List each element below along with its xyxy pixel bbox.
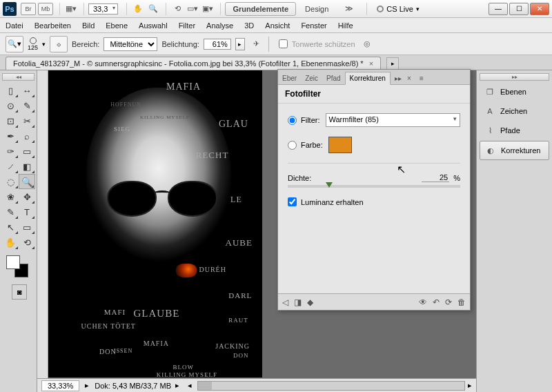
panel-ctrl[interactable]: ▸▸ — [391, 72, 403, 84]
tool-6[interactable]: ✒ — [2, 128, 19, 144]
panel-tab-korrekturen[interactable]: Korrekturen — [345, 72, 391, 85]
panel-tab-pfad[interactable]: Pfad — [322, 72, 345, 84]
menu-ansicht[interactable]: Ansicht — [265, 21, 290, 30]
tool-11[interactable]: ◧ — [19, 159, 35, 174]
tool-7[interactable]: ⌕ — [19, 128, 35, 144]
arrange-icon[interactable]: ▭▾ — [186, 3, 199, 15]
zoom-level-dropdown[interactable]: 33,3 — [88, 3, 118, 14]
hand-tool-icon[interactable]: ✋ — [131, 3, 145, 15]
tool-18[interactable]: ↖ — [2, 219, 19, 235]
rotate-view-icon[interactable]: ⟲ — [170, 3, 184, 15]
exposure-arrow[interactable]: ▸ — [235, 38, 245, 50]
minimize-button[interactable]: — — [489, 3, 508, 15]
exposure-value[interactable]: 61% — [204, 39, 231, 50]
menu-auswahl[interactable]: Auswahl — [139, 21, 168, 30]
panel-ctrl[interactable]: × — [403, 72, 415, 84]
zoom-tool-icon[interactable]: 🔍 — [146, 3, 160, 15]
tool-9[interactable]: ▭ — [19, 144, 35, 159]
tool-2[interactable]: ⊙ — [2, 98, 19, 113]
tool-16[interactable]: ✎ — [2, 204, 19, 219]
layer-icon[interactable]: ◨ — [294, 297, 302, 307]
brush-size-value[interactable]: 125 — [28, 44, 38, 51]
panel-tab-zeic[interactable]: Zeic — [301, 72, 322, 84]
tool-12[interactable]: ◌ — [2, 174, 19, 189]
bridge-icon[interactable]: Br — [21, 3, 36, 15]
quickmask-icon[interactable]: ◙ — [12, 284, 27, 300]
status-bar: 33,33% ▸ Dok: 5,43 MB/33,7 MB ▸ ◂ ▸ — [37, 378, 476, 392]
filter-select[interactable]: Warmfilter (85) — [326, 113, 461, 127]
density-label: Dichte: — [288, 174, 311, 182]
menu-datei[interactable]: Datei — [6, 21, 23, 30]
density-slider[interactable] — [288, 185, 460, 188]
menu-hilfe[interactable]: Hilfe — [338, 21, 353, 30]
menu-ebene[interactable]: Ebene — [106, 21, 128, 30]
current-tool-icon[interactable]: 🔍▾ — [6, 36, 23, 52]
exposure-label: Belichtung: — [161, 40, 199, 48]
workspace-essentials[interactable]: Grundelemente — [225, 2, 296, 16]
menu-fenster[interactable]: Fenster — [301, 21, 326, 30]
dock-korrekturen[interactable]: ◐Korrekturen — [480, 141, 549, 160]
dock-pfade[interactable]: ⌇Pfade — [480, 121, 549, 139]
tool-17[interactable]: T — [19, 204, 35, 219]
color-radio[interactable] — [288, 141, 297, 150]
tab-nav-right[interactable]: ▸ — [386, 57, 399, 70]
tool-0[interactable]: ▯ — [2, 83, 19, 98]
protect-tones-checkbox[interactable] — [279, 39, 288, 48]
maximize-button[interactable]: ☐ — [509, 3, 529, 15]
tool-10[interactable]: ⟋ — [2, 159, 19, 174]
luminance-checkbox[interactable] — [288, 197, 297, 206]
menu-3d[interactable]: 3D — [244, 21, 254, 30]
reset-icon[interactable]: ⟳ — [445, 297, 452, 307]
dock-zeichen[interactable]: AZeichen — [480, 102, 549, 120]
color-swatches[interactable] — [6, 255, 31, 280]
chevron-right-icon[interactable]: ▸ — [85, 381, 89, 390]
filter-radio[interactable] — [288, 116, 297, 125]
menu-filter[interactable]: Filter — [179, 21, 195, 30]
brush-panel-icon[interactable]: ⟐ — [50, 36, 68, 52]
airbrush-icon[interactable]: ✈ — [249, 37, 264, 52]
tool-5[interactable]: ✂ — [19, 113, 35, 128]
close-tab-icon[interactable]: × — [369, 59, 373, 68]
workspace-design[interactable]: Design — [297, 2, 336, 16]
toolbox-collapse[interactable]: ◂◂ — [2, 73, 34, 81]
range-select[interactable]: Mitteltöne — [103, 37, 157, 51]
tool-13[interactable]: 🔍 — [19, 174, 35, 189]
color-swatch[interactable] — [328, 137, 352, 153]
tool-19[interactable]: ▭ — [19, 219, 35, 235]
menu-bearbeiten[interactable]: Bearbeiten — [34, 21, 71, 30]
h-scrollbar[interactable] — [197, 381, 465, 391]
workspace-more[interactable]: ≫ — [337, 1, 361, 16]
panel-title: Fotofilter — [278, 85, 470, 104]
tool-14[interactable]: ❀ — [2, 189, 19, 204]
foreground-color[interactable] — [6, 255, 20, 269]
document-tab[interactable]: Fotolia_4813297_M - © sumnersgraphicsinc… — [6, 57, 381, 70]
minibridge-icon[interactable]: Mb — [38, 3, 53, 15]
tool-1[interactable]: ↔ — [19, 83, 35, 98]
pressure-icon[interactable]: ◎ — [359, 37, 375, 52]
eye-icon[interactable]: 👁 — [419, 297, 427, 307]
tool-15[interactable]: ✥ — [19, 189, 35, 204]
status-zoom[interactable]: 33,33% — [41, 380, 79, 391]
panel-ctrl[interactable]: ≡ — [415, 72, 428, 84]
panel-tab-eber[interactable]: Eber — [278, 72, 301, 84]
ruler-vertical — [37, 70, 48, 378]
close-button[interactable]: ✕ — [530, 3, 549, 15]
tool-8[interactable]: ✑ — [2, 144, 19, 159]
cslive-button[interactable]: CS Live▾ — [377, 5, 420, 13]
dock-ebenen[interactable]: ❐Ebenen — [480, 83, 549, 101]
back-icon[interactable]: ◁ — [282, 297, 288, 307]
trash-icon[interactable]: 🗑 — [457, 297, 466, 307]
view-extras-icon[interactable]: ▦▾ — [64, 3, 78, 15]
screen-mode-icon[interactable]: ▣▾ — [201, 3, 215, 15]
clip-icon[interactable]: ◆ — [307, 297, 313, 307]
prev-icon[interactable]: ↶ — [433, 297, 440, 307]
menu-analyse[interactable]: Analyse — [206, 21, 233, 30]
density-value[interactable]: 25 — [422, 173, 449, 182]
dock-collapse[interactable]: ▸▸ — [480, 73, 549, 81]
document-image: MAFIAGLAURECHTSIEGLEAUBEDURÉHDARLGLAUBEM… — [48, 70, 262, 378]
tool-20[interactable]: ✋ — [2, 235, 19, 250]
menu-bild[interactable]: Bild — [82, 21, 95, 30]
tool-21[interactable]: ⟲ — [19, 235, 35, 250]
tool-4[interactable]: ⊡ — [2, 113, 19, 128]
tool-3[interactable]: ✎ — [19, 98, 35, 113]
